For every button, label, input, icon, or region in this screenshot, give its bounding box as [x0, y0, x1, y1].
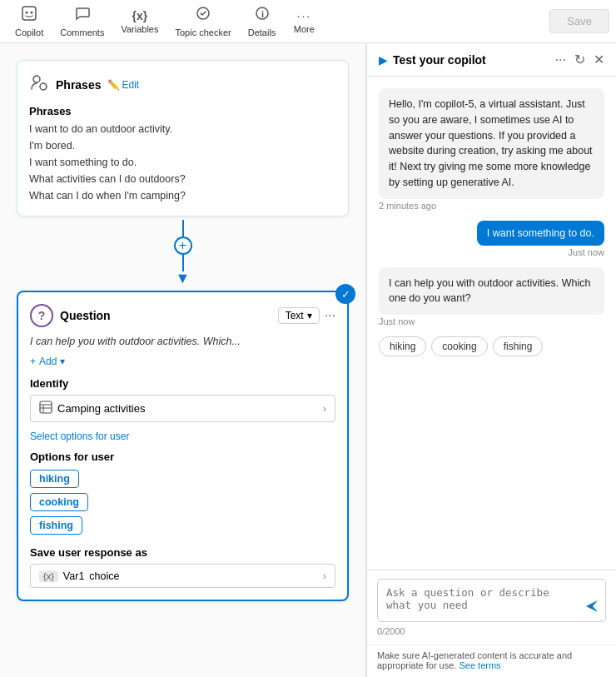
- save-response-label: Save user response as: [30, 546, 335, 559]
- var-badge: {x}: [39, 570, 58, 582]
- bot-message-1: Hello, I'm copilot-5, a virtual assistan…: [379, 88, 604, 211]
- phrases-section: Phrases I want to do an outdoor activity…: [29, 105, 336, 204]
- chat-options: hiking cooking fishing: [379, 336, 604, 360]
- add-node-button[interactable]: +: [174, 236, 192, 255]
- question-title-group: ? Question: [30, 304, 111, 327]
- user-bubble-1: I want something to do.: [477, 221, 604, 246]
- refresh-button[interactable]: ↻: [574, 52, 585, 67]
- details-icon: i: [254, 5, 271, 26]
- edit-icon: ✏️: [107, 79, 120, 91]
- option-cooking[interactable]: cooking: [30, 493, 88, 511]
- connector-line-top: [182, 220, 184, 236]
- more-icon: ···: [297, 9, 312, 22]
- connector: + ▼: [17, 217, 349, 291]
- chat-option-hiking[interactable]: hiking: [379, 336, 426, 356]
- phrase-3: I want something to do.: [29, 154, 336, 171]
- toolbar-more-label: More: [294, 24, 315, 34]
- identify-value: Camping activities: [57, 402, 146, 415]
- send-button[interactable]: [584, 599, 599, 618]
- svg-point-7: [40, 83, 47, 90]
- plus-icon: +: [30, 356, 36, 367]
- char-count: 0/2000: [377, 626, 606, 636]
- phrases-card: Phrases ✏️ Edit Phrases I want to do an …: [17, 60, 349, 217]
- check-badge: ✓: [335, 284, 355, 304]
- chat-input[interactable]: [377, 579, 606, 622]
- see-terms-link[interactable]: See terms: [459, 660, 500, 670]
- svg-point-1: [26, 12, 28, 14]
- close-button[interactable]: ✕: [594, 52, 604, 67]
- phrase-5: What can I do when I'm camping?: [29, 187, 336, 204]
- canvas: Phrases ✏️ Edit Phrases I want to do an …: [0, 43, 366, 677]
- comments-icon: [74, 5, 91, 26]
- toolbar-topic-checker[interactable]: Topic checker: [166, 2, 239, 41]
- toolbar-variables[interactable]: {x} Variables: [112, 6, 166, 37]
- toolbar-copilot[interactable]: Copilot: [7, 2, 52, 41]
- chat-input-wrapper: [377, 579, 606, 625]
- copilot-icon: [21, 5, 37, 26]
- bot-message-2: I can help you with outdoor activities. …: [379, 267, 604, 327]
- bot-time-2: Just now: [379, 316, 604, 326]
- user-time-1: Just now: [569, 247, 604, 257]
- main-area: Phrases ✏️ Edit Phrases I want to do an …: [0, 43, 616, 677]
- chat-option-fishing[interactable]: fishing: [493, 336, 544, 356]
- bot-time-1: 2 minutes ago: [379, 201, 604, 211]
- question-header: ? Question Text ▾ ···: [30, 304, 335, 327]
- disclaimer: Make sure AI-generated content is accura…: [367, 645, 616, 677]
- bot-bubble-2: I can help you with outdoor activities. …: [379, 267, 604, 316]
- phrases-heading: Phrases: [29, 105, 336, 117]
- chevron-down-icon: ▾: [307, 310, 312, 321]
- option-hiking[interactable]: hiking: [30, 470, 79, 488]
- add-button[interactable]: + Add ▾: [30, 356, 335, 367]
- toolbar-comments-label: Comments: [60, 27, 104, 37]
- options-list: hiking cooking fishing: [30, 470, 335, 535]
- table-icon: [39, 401, 52, 416]
- select-options-link[interactable]: Select options for user: [30, 431, 335, 442]
- toolbar-topic-checker-label: Topic checker: [175, 27, 231, 37]
- question-icon: ?: [30, 304, 53, 327]
- save-response-chevron-icon: ›: [323, 570, 326, 582]
- topic-checker-icon: [195, 5, 211, 26]
- toolbar: Copilot Comments {x} Variables Topic che…: [0, 0, 616, 43]
- variables-icon: {x}: [132, 9, 148, 22]
- card-header: Phrases ✏️ Edit: [29, 72, 336, 97]
- question-preview: I can help you with outdoor activities. …: [30, 336, 335, 347]
- option-fishing[interactable]: fishing: [30, 516, 82, 535]
- test-header: ▶ Test your copilot ··· ↻ ✕: [367, 43, 616, 77]
- edit-link[interactable]: ✏️ Edit: [107, 79, 139, 91]
- toolbar-copilot-label: Copilot: [15, 27, 43, 37]
- chat-option-cooking[interactable]: cooking: [431, 336, 487, 356]
- var-name: Var1: [63, 570, 84, 582]
- svg-point-6: [33, 76, 40, 82]
- question-type-button[interactable]: Text ▾: [278, 307, 320, 324]
- connector-line-bottom: [182, 255, 184, 271]
- test-panel-title: Test your copilot: [393, 53, 486, 67]
- question-title: Question: [60, 309, 111, 322]
- toolbar-details-label: Details: [248, 27, 276, 37]
- phrase-1: I want to do an outdoor activity.: [29, 121, 336, 137]
- phrase-4: What activities can I do outdoors?: [29, 171, 336, 187]
- chevron-right-icon: ›: [323, 402, 326, 415]
- options-for-user-label: Options for user: [30, 451, 335, 463]
- save-response-box[interactable]: {x} Var1 choice ›: [30, 564, 335, 588]
- identify-box[interactable]: Camping activities ›: [30, 395, 335, 422]
- arrow-down-icon: ▼: [176, 270, 191, 287]
- toolbar-comments[interactable]: Comments: [52, 2, 112, 41]
- svg-text:i: i: [261, 9, 264, 19]
- svg-point-2: [31, 12, 33, 14]
- toolbar-variables-label: Variables: [121, 24, 158, 34]
- add-chevron-icon: ▾: [60, 356, 65, 367]
- phrase-2: I'm bored.: [29, 137, 336, 154]
- save-button[interactable]: Save: [549, 9, 609, 33]
- svg-rect-8: [40, 401, 52, 413]
- choice-label: choice: [89, 570, 119, 582]
- toolbar-details[interactable]: i Details: [240, 2, 285, 41]
- question-more-button[interactable]: ···: [325, 308, 335, 323]
- identify-label: Identify: [30, 377, 335, 390]
- more-options-button[interactable]: ···: [555, 52, 566, 67]
- toolbar-more[interactable]: ··· More: [284, 6, 324, 37]
- bot-bubble-1: Hello, I'm copilot-5, a virtual assistan…: [379, 88, 604, 199]
- phrases-icon: [29, 72, 49, 97]
- phrases-card-title: Phrases: [56, 78, 101, 92]
- svg-rect-0: [22, 7, 36, 20]
- question-card: ✓ ? Question Text ▾ ··· I can help you w…: [17, 291, 349, 601]
